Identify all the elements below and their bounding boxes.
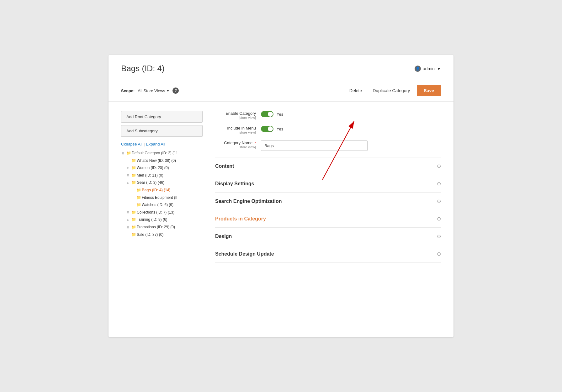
category-name-label: Category Name xyxy=(224,140,252,145)
tree-item-label: Fitness Equipment (II xyxy=(142,194,177,201)
collapse-all-link[interactable]: Collapse All xyxy=(121,142,142,146)
category-name-input[interactable] xyxy=(261,140,368,151)
enable-category-label-group: Enable Category [store view] xyxy=(215,111,256,119)
section-panel-schedule-design-update[interactable]: Schedule Design Update⊙ xyxy=(215,245,441,263)
add-subcategory-button[interactable]: Add Subcategory xyxy=(121,125,203,137)
folder-icon: 📁 xyxy=(131,181,136,185)
scope-value: All Store Views xyxy=(138,88,165,93)
section-panel-search-engine-optimization[interactable]: Search Engine Optimization⊙ xyxy=(215,192,441,210)
expand-icon: ⊟ xyxy=(126,225,130,230)
include-menu-sublabel: [store view] xyxy=(215,130,256,134)
tree-item-label: What's New (ID: 38) (0) xyxy=(137,157,176,164)
section-panel-design[interactable]: Design⊙ xyxy=(215,227,441,245)
help-icon[interactable]: ? xyxy=(172,87,179,94)
add-root-category-button[interactable]: Add Root Category xyxy=(121,111,203,123)
admin-label: admin xyxy=(423,66,435,71)
folder-icon: 📁 xyxy=(136,203,141,207)
tree-item[interactable]: 📁What's New (ID: 38) (0) xyxy=(121,157,203,165)
page-title: Bags (ID: 4) xyxy=(121,64,165,73)
scope-label: Scope: xyxy=(121,88,135,93)
duplicate-category-button[interactable]: Duplicate Category xyxy=(369,86,414,96)
tree-item-label: Watches (ID: 6) (9) xyxy=(142,202,173,209)
form-area: Enable Category [store view] Yes Include… xyxy=(215,111,441,263)
delete-button[interactable]: Delete xyxy=(346,86,366,96)
include-menu-control: Yes xyxy=(261,126,283,132)
tree-item-label: Men (ID: 11) (0) xyxy=(137,172,163,179)
tree-item[interactable]: 📁Bags (ID: 4) (14) xyxy=(121,187,203,194)
sections-container: Content⊙Display Settings⊙Search Engine O… xyxy=(215,157,441,263)
section-title: Products in Category xyxy=(215,216,266,222)
toolbar: Scope: All Store Views ▼ ? Delete Duplic… xyxy=(109,80,453,102)
section-panel-content[interactable]: Content⊙ xyxy=(215,157,441,175)
chevron-down-icon: ⊙ xyxy=(437,181,441,187)
enable-category-label: Enable Category xyxy=(225,111,256,116)
section-title: Schedule Design Update xyxy=(215,251,274,257)
expand-all-link[interactable]: Expand All xyxy=(146,142,165,146)
category-name-control xyxy=(261,140,368,151)
include-menu-value: Yes xyxy=(277,127,283,131)
chevron-down-icon: ⊙ xyxy=(437,198,441,204)
include-menu-toggle[interactable] xyxy=(261,126,273,132)
scope-dropdown-arrow: ▼ xyxy=(167,89,170,93)
section-title: Design xyxy=(215,234,232,239)
tree-item[interactable]: ⊟📁Women (ID: 20) (0) xyxy=(121,164,203,172)
folder-icon: 📁 xyxy=(131,210,136,215)
folder-icon: 📁 xyxy=(131,166,136,170)
tree-item[interactable]: ⊟📁Collections (ID: 7) (13) xyxy=(121,209,203,216)
tree-item-label: Default Category (ID: 2) (11 xyxy=(132,150,178,157)
chevron-down-icon: ⊙ xyxy=(437,163,441,169)
tree-item-label: Training (ID: 9) (6) xyxy=(137,216,167,223)
admin-user-menu[interactable]: 👤 admin ▼ xyxy=(415,66,441,72)
scope-select[interactable]: All Store Views ▼ xyxy=(138,88,169,93)
category-name-sublabel: [store view] xyxy=(215,145,256,149)
section-title: Search Engine Optimization xyxy=(215,199,282,204)
tree-item[interactable]: 📁Watches (ID: 6) (9) xyxy=(121,201,203,209)
chevron-down-icon: ⊙ xyxy=(437,216,441,222)
tree-item[interactable]: ⊟📁Training (ID: 9) (6) xyxy=(121,216,203,224)
save-button[interactable]: Save xyxy=(417,85,441,96)
tree-item[interactable]: ⊟📁Men (ID: 11) (0) xyxy=(121,172,203,179)
tree-item[interactable]: 📁Sale (ID: 37) (0) xyxy=(121,231,203,239)
enable-category-value: Yes xyxy=(277,112,283,117)
category-tree: ⊟📁Default Category (ID: 2) (11 📁What's N… xyxy=(121,150,203,238)
section-title: Content xyxy=(215,163,234,169)
section-panel-products-in-category[interactable]: Products in Category⊙ xyxy=(215,210,441,227)
tree-item[interactable]: ⊟📁Default Category (ID: 2) (11 xyxy=(121,150,203,157)
folder-icon: 📁 xyxy=(131,218,136,222)
category-name-row: Category Name * [store view] xyxy=(215,140,441,151)
expand-icon: ⊟ xyxy=(126,166,130,170)
include-menu-label-group: Include in Menu [store view] xyxy=(215,126,256,134)
main-content: Add Root Category Add Subcategory Collap… xyxy=(109,102,453,272)
tree-item-label: Women (ID: 20) (0) xyxy=(137,165,169,172)
enable-category-control: Yes xyxy=(261,111,283,117)
folder-icon: 📁 xyxy=(131,173,136,178)
folder-icon: 📁 xyxy=(131,225,136,230)
enable-category-toggle[interactable] xyxy=(261,111,273,117)
tree-item[interactable]: ⊟📁Promotions (ID: 29) (0) xyxy=(121,224,203,231)
expand-icon: ⊟ xyxy=(126,218,130,222)
folder-icon: 📁 xyxy=(126,151,131,156)
include-menu-row: Include in Menu [store view] Yes xyxy=(215,126,441,134)
required-star: * xyxy=(254,140,256,145)
expand-icon: ⊟ xyxy=(126,181,130,185)
sidebar: Add Root Category Add Subcategory Collap… xyxy=(121,111,203,263)
section-panel-display-settings[interactable]: Display Settings⊙ xyxy=(215,175,441,192)
folder-icon: 📁 xyxy=(131,158,136,163)
tree-item[interactable]: 📁Fitness Equipment (II xyxy=(121,194,203,202)
section-title: Display Settings xyxy=(215,181,254,187)
tree-item-label: Gear (ID: 3) (46) xyxy=(137,179,164,186)
chevron-down-icon: ⊙ xyxy=(437,251,441,257)
enable-category-sublabel: [store view] xyxy=(215,116,256,119)
tree-item-label: Collections (ID: 7) (13) xyxy=(137,209,174,216)
tree-item-label: Sale (ID: 37) (0) xyxy=(137,231,163,238)
include-menu-label: Include in Menu xyxy=(227,126,256,130)
user-icon: 👤 xyxy=(415,66,421,72)
category-name-label-group: Category Name * [store view] xyxy=(215,140,256,149)
folder-icon: 📁 xyxy=(131,232,136,237)
expand-icon: ⊟ xyxy=(121,151,125,156)
tree-controls: Collapse All | Expand All xyxy=(121,142,203,146)
tree-item-label: Promotions (ID: 29) (0) xyxy=(137,224,175,231)
folder-icon: 📁 xyxy=(136,195,141,200)
enable-category-row: Enable Category [store view] Yes xyxy=(215,111,441,119)
tree-item[interactable]: ⊟📁Gear (ID: 3) (46) xyxy=(121,179,203,187)
